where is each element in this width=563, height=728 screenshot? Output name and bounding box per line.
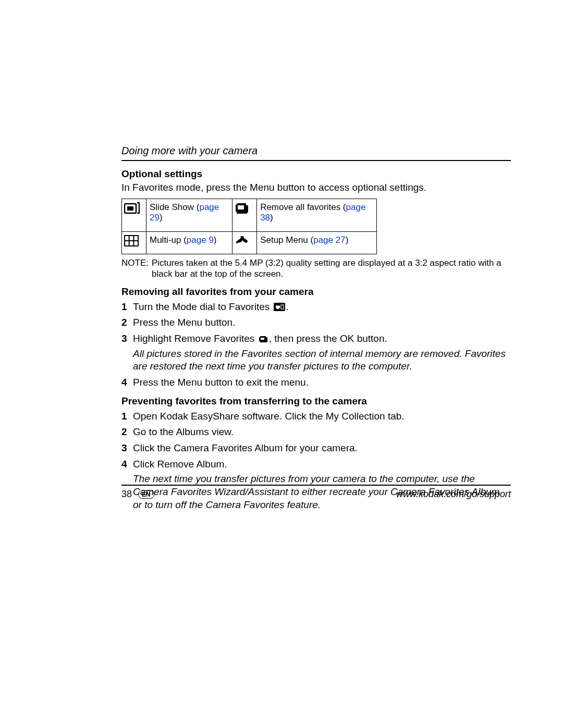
removing-steps: 1 Turn the Mode dial to Favorites . 2 Pr… — [121, 301, 511, 389]
removing-italic-note: All pictures stored in the Favorites sec… — [133, 348, 511, 373]
remove-favorites-inline-icon — [259, 336, 268, 343]
multiup-icon — [124, 235, 144, 246]
setup-page-link[interactable]: page 27 — [313, 235, 345, 245]
multiup-icon-cell — [122, 232, 146, 254]
section-header: Doing more with your camera — [121, 145, 511, 161]
page-content: Doing more with your camera Optional set… — [121, 0, 511, 511]
list-item: 2 Go to the Albums view. — [121, 426, 511, 439]
favorites-mode-icon — [274, 303, 285, 311]
list-item: 2 Press the Menu button. — [121, 316, 511, 329]
remove-favorites-label: Remove all favorites ( — [260, 202, 346, 212]
slideshow-icon-cell — [122, 199, 146, 232]
multiup-cell: Multi-up (page 9) — [146, 232, 232, 254]
list-item: 4 Press the Menu button to exit the menu… — [121, 376, 511, 389]
remove-favorites-icon-cell — [232, 199, 257, 232]
note-body: Pictures taken at the 5.4 MP (3:2) quali… — [152, 257, 511, 280]
setup-label: Setup Menu ( — [260, 235, 313, 245]
removing-heading: Removing all favorites from your camera — [121, 286, 511, 298]
note: NOTE: Pictures taken at the 5.4 MP (3:2)… — [121, 257, 511, 280]
svg-rect-12 — [266, 337, 267, 342]
settings-table: Slide Show (page 29) Remove all favorite… — [121, 199, 377, 254]
setup-icon-cell — [232, 232, 257, 254]
svg-rect-1 — [127, 206, 133, 211]
optional-settings-heading: Optional settings — [121, 168, 511, 180]
slideshow-label: Slide Show ( — [150, 202, 199, 212]
preventing-heading: Preventing favorites from transferring t… — [121, 396, 511, 407]
multiup-label: Multi-up ( — [150, 235, 187, 245]
multiup-page-link[interactable]: page 9 — [187, 235, 214, 245]
slideshow-cell: Slide Show (page 29) — [146, 199, 232, 232]
list-item: 3 Highlight Remove Favorites , then pres… — [121, 332, 511, 373]
svg-rect-13 — [260, 341, 267, 342]
svg-rect-2 — [238, 205, 244, 209]
list-item: 3 Click the Camera Favorites Album for y… — [121, 442, 511, 455]
svg-rect-4 — [237, 212, 247, 214]
svg-rect-3 — [246, 205, 248, 213]
setup-cell: Setup Menu (page 27) — [257, 232, 377, 254]
remove-favorites-icon — [235, 202, 254, 215]
list-item: 1 Open Kodak EasyShare software. Click t… — [121, 410, 511, 423]
remove-favorites-cell: Remove all favorites (page 38) — [257, 199, 377, 232]
page-number: 38 — [121, 489, 132, 500]
slideshow-icon — [124, 202, 144, 216]
page-footer: 38 EN www.kodak.com/go/support — [121, 485, 511, 500]
note-label: NOTE: — [121, 257, 152, 280]
setup-wrench-icon — [235, 235, 254, 246]
optional-settings-intro: In Favorites mode, press the Menu button… — [121, 182, 511, 193]
list-item: 1 Turn the Mode dial to Favorites . — [121, 301, 511, 314]
support-url[interactable]: www.kodak.com/go/support — [396, 489, 511, 500]
language-badge: EN — [138, 490, 154, 499]
svg-rect-11 — [261, 338, 264, 340]
